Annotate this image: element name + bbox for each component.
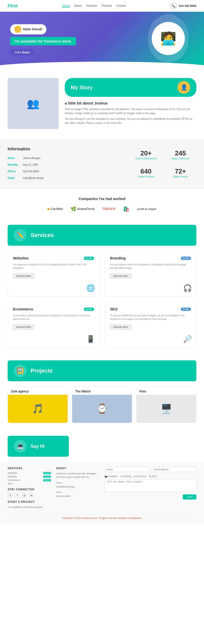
- service-seo-text: To list your website first on any search…: [110, 314, 191, 321]
- footer-badge-branding: $1,200: [43, 476, 51, 478]
- info-label-name: Name: [8, 157, 23, 160]
- nav-contact[interactable]: Contact: [116, 4, 126, 8]
- projects-title: Projects: [31, 367, 53, 374]
- project-watch-image: ⌚: [72, 395, 132, 423]
- project-watch[interactable]: The Watch ⌚: [72, 386, 132, 423]
- info-label-birthday: Birthday: [8, 163, 23, 166]
- nav-services[interactable]: Services: [86, 4, 97, 8]
- hero-tagline: I'm available for freelance work.: [10, 37, 76, 45]
- service-websites-title: Websites $1,400: [13, 256, 94, 260]
- ecommerce-icon: 📱: [86, 335, 95, 343]
- info-row-birthday: Birthday Aug 12, 1990: [8, 162, 122, 168]
- service-websites-btn[interactable]: Discover More: [13, 273, 34, 279]
- service-ecommerce-btn[interactable]: Discover More: [13, 324, 34, 330]
- stat-customers: 245 Happy Customers: [164, 147, 196, 162]
- service-ecommerce-title: Ecommerce $3,900: [13, 307, 94, 311]
- hero-badge: Hello friend!: [10, 24, 46, 34]
- footer-grid: SERVICES Websites $1,400 Branding $1,200…: [8, 467, 196, 509]
- footer-link-ecommerce[interactable]: Ecommerce $3,900: [8, 479, 51, 481]
- info-title: Information: [8, 147, 122, 151]
- hero-person-image: 🧑‍💻: [148, 14, 189, 63]
- sayhi-header: 💻 Say Hi: [8, 436, 69, 457]
- info-section: Information Name Joshua Morgan Birthday …: [0, 139, 204, 189]
- footer-form-col: 📷 Unsplash 0 Branding Ecommerce 🔍 SEO Se…: [105, 467, 196, 509]
- story-title: My Story: [71, 85, 92, 90]
- form-send-button[interactable]: Send: [183, 494, 196, 500]
- company-greencircle: 🌿 GreenCircle: [71, 206, 95, 212]
- stats-grid: 20+ Years of Experiences 245 Happy Custo…: [130, 147, 196, 181]
- service-branding-btn[interactable]: Discover More: [110, 273, 131, 279]
- twitter-icon[interactable]: 𝕏: [8, 493, 13, 498]
- company-shopify: 🛍️: [123, 206, 130, 212]
- info-value-birthday: Aug 12, 1990: [23, 163, 38, 166]
- services-grid: Websites $1,400 You may want to explore …: [0, 251, 204, 355]
- story-right-content: My Story 👤 a little bit about Joshua Thi…: [65, 78, 196, 127]
- footer: SERVICES Websites $1,400 Branding $1,200…: [0, 462, 204, 524]
- story-person-avatar: 👤: [177, 81, 190, 94]
- footer-link-branding[interactable]: Branding $1,200: [8, 475, 51, 478]
- footer-email-row: Email: hello@josh.design: [56, 482, 99, 489]
- instagram-icon[interactable]: ◎: [22, 493, 27, 498]
- unsplash-icon: 📷 Unsplash: [105, 475, 118, 478]
- info-left: Information Name Joshua Morgan Birthday …: [8, 147, 122, 181]
- service-ecommerce-badge: $3,900: [84, 308, 94, 311]
- hero-section: Hello friend! I'm available for freelanc…: [0, 12, 204, 68]
- nav-phone: 📞 510-340-9600: [171, 3, 196, 9]
- project-zoik[interactable]: Zoik agency 🎵: [8, 386, 68, 423]
- footer-bottom: Copyright © 2022 Company name. All right…: [8, 514, 196, 519]
- form-name-input[interactable]: [105, 467, 149, 472]
- facebook-icon[interactable]: f: [15, 493, 20, 498]
- projects-grid: Zoik agency 🎵 The Watch ⌚ Polo 🖥️: [0, 386, 204, 431]
- info-value-email: hello@josh.design: [23, 177, 44, 179]
- footer-link-websites[interactable]: Websites $1,400: [8, 472, 51, 474]
- footer-form-icons: 📷 Unsplash 0 Branding Ecommerce 🔍 SEO: [105, 475, 196, 478]
- story-about-heading: a little bit about Joshua: [65, 101, 196, 105]
- stat-projects-number: 640: [133, 167, 159, 175]
- cachnet-dot: [47, 208, 49, 210]
- footer-start-project-label: START A PROJECT: [8, 501, 51, 503]
- stat-years-label: Years of Experiences: [133, 157, 159, 160]
- info-row-name: Name Joshua Morgan: [8, 155, 122, 162]
- nav-projects[interactable]: Projects: [102, 4, 112, 8]
- footer-social-icons: 𝕏 f ◎ in: [8, 493, 51, 498]
- services-title: Services: [31, 232, 54, 239]
- greencircle-icon: 🌿: [71, 206, 76, 212]
- projects-header: 🖼️ Projects: [8, 360, 196, 381]
- company-tokico: TOKICO: [102, 207, 116, 211]
- service-card-branding: Branding $1,200 You can explore more CSS…: [105, 251, 196, 297]
- footer-urls-label: URLs:: [56, 491, 99, 493]
- nav-home[interactable]: Home: [62, 4, 70, 8]
- phone-icon: 📞: [171, 3, 177, 9]
- footer-link-seo[interactable]: SEO: [8, 482, 51, 485]
- service-card-ecommerce: Ecommerce $3,900 If you need a customize…: [8, 302, 99, 348]
- info-row-email: Email hello@josh.design: [8, 175, 122, 181]
- story-image: 👥: [8, 78, 59, 129]
- form-message-textarea[interactable]: [105, 479, 196, 492]
- linkedin-icon[interactable]: in: [29, 493, 34, 498]
- service-branding-text: You can explore more CSS templates on Te…: [110, 263, 191, 270]
- project-polo[interactable]: Polo 🖥️: [136, 386, 196, 423]
- footer-email-value: hello@josh.design: [56, 485, 99, 489]
- service-card-websites: Websites $1,400 You may want to explore …: [8, 251, 99, 297]
- service-branding-title: Branding $1,200: [110, 256, 191, 260]
- footer-design-credit: TemplatesMo: [128, 517, 142, 519]
- service-seo-btn[interactable]: Discover More: [110, 324, 131, 330]
- companies-logos: CachNet 🌿 GreenCircle TOKICO 🛍️ profit &…: [8, 206, 196, 212]
- story-paragraph-1: This one-page HTML portfolio is provided…: [65, 107, 196, 115]
- branding-count: 0 Branding: [120, 475, 131, 478]
- hero-cta-button[interactable]: Let's Begin: [10, 49, 34, 56]
- footer-badge-ecommerce: $3,900: [43, 479, 51, 481]
- stat-awards-number: 72+: [167, 167, 194, 175]
- companies-title: Companies I've had worked: [8, 197, 196, 201]
- logo: First: [8, 3, 18, 9]
- service-branding-badge: $1,200: [181, 257, 191, 260]
- my-story-section: 👥 My Story 👤 a little bit about Joshua T…: [0, 68, 204, 139]
- form-email-input[interactable]: [152, 467, 196, 472]
- info-row-phone: Phone 010-340-9600: [8, 168, 122, 175]
- sayhi-icon: 💻: [14, 440, 27, 453]
- footer-email-label: Email:: [56, 482, 99, 484]
- nav-about[interactable]: About: [74, 4, 82, 8]
- services-header-icon: ✏️: [14, 229, 27, 242]
- nav-links: Home About Services Projects Contact: [62, 4, 126, 8]
- footer-about-text: Joshua is a professional web developer. …: [56, 472, 99, 479]
